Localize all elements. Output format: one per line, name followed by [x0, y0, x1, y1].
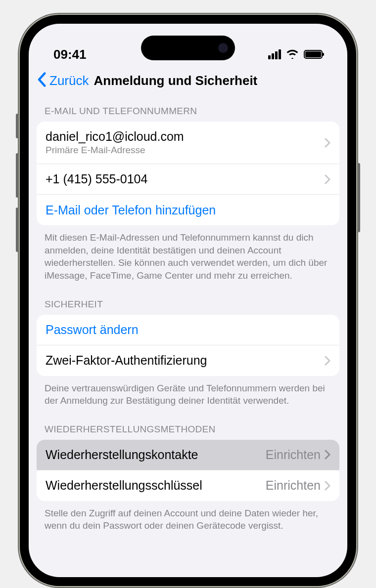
list-group-security: Passwort ändern Zwei-Faktor-Authentifizi…	[37, 315, 339, 376]
row-recovery-contacts[interactable]: Wiederherstellungskontakte Einrichten	[37, 440, 339, 470]
row-add-contact[interactable]: E-Mail oder Telefon hinzufügen	[37, 195, 339, 225]
page-title: Anmeldung und Sicherheit	[94, 73, 257, 88]
row-email-value: daniel_rico1@icloud.com	[46, 129, 325, 144]
chevron-right-icon	[325, 138, 330, 148]
row-change-password-label: Passwort ändern	[46, 323, 330, 337]
row-recovery-key-detail: Einrichten	[266, 478, 321, 493]
chevron-right-icon	[325, 450, 330, 460]
nav-bar: Zurück Anmeldung und Sicherheit	[29, 68, 347, 95]
section-header-contacts: E-MAIL UND TELEFONNUMMERN	[29, 95, 347, 122]
section-footer-recovery: Stelle den Zugriff auf deinen Account un…	[29, 501, 347, 532]
back-chevron-icon[interactable]	[37, 72, 47, 89]
side-button	[16, 208, 19, 252]
row-add-contact-label: E-Mail oder Telefon hinzufügen	[46, 203, 330, 217]
row-recovery-contacts-label: Wiederherstellungskontakte	[46, 448, 266, 462]
row-change-password[interactable]: Passwort ändern	[37, 315, 339, 345]
row-recovery-contacts-detail: Einrichten	[266, 448, 321, 462]
section-header-security: SICHERHEIT	[29, 282, 347, 315]
list-group-contacts: daniel_rico1@icloud.com Primäre E-Mail-A…	[37, 122, 339, 225]
row-recovery-key[interactable]: Wiederherstellungsschlüssel Einrichten	[37, 470, 339, 501]
row-email-subtitle: Primäre E-Mail-Adresse	[46, 145, 325, 156]
wifi-icon	[286, 47, 299, 62]
row-phone[interactable]: +1 (415) 555-0104	[37, 164, 339, 195]
side-button	[357, 163, 360, 232]
camera-icon	[218, 43, 228, 53]
chevron-right-icon	[325, 356, 330, 366]
section-footer-contacts: Mit diesen E-Mail-Adressen und Telefonnu…	[29, 225, 347, 282]
row-two-factor[interactable]: Zwei-Faktor-Authentifizierung	[37, 345, 339, 376]
side-button	[16, 153, 19, 198]
row-phone-value: +1 (415) 555-0104	[46, 172, 325, 186]
section-header-recovery: WIEDERHERSTELLUNGSMETHODEN	[29, 407, 347, 440]
row-email[interactable]: daniel_rico1@icloud.com Primäre E-Mail-A…	[37, 122, 339, 164]
section-footer-security: Deine vertrauenswürdigen Geräte und Tele…	[29, 376, 347, 407]
screen: 09:41 Zurück Anmeldung und Sicherheit E-…	[29, 24, 347, 577]
dynamic-island	[141, 36, 235, 60]
side-button	[16, 114, 19, 138]
cellular-icon	[268, 49, 281, 59]
battery-icon	[304, 50, 323, 59]
row-two-factor-label: Zwei-Faktor-Authentifizierung	[46, 353, 325, 368]
phone-frame: 09:41 Zurück Anmeldung und Sicherheit E-…	[20, 15, 356, 586]
row-recovery-key-label: Wiederherstellungsschlüssel	[46, 478, 266, 493]
chevron-right-icon	[325, 481, 330, 491]
status-time: 09:41	[53, 47, 87, 62]
chevron-right-icon	[325, 174, 330, 184]
list-group-recovery: Wiederherstellungskontakte Einrichten Wi…	[37, 440, 339, 501]
back-button[interactable]: Zurück	[49, 73, 89, 88]
